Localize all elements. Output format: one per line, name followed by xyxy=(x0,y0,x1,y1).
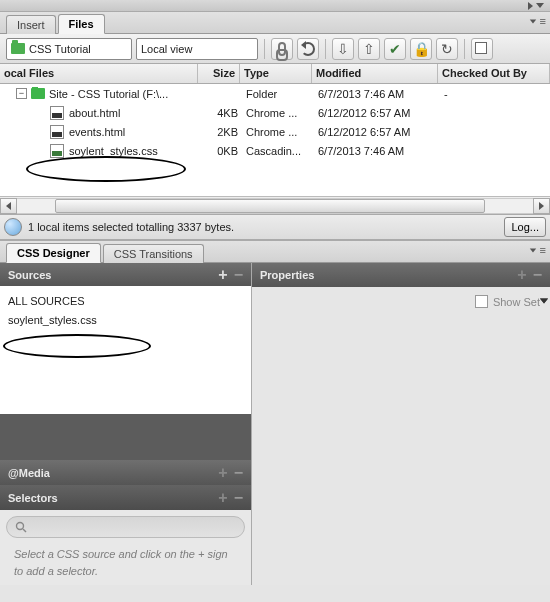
expand-icon xyxy=(477,44,487,54)
column-name[interactable]: ocal Files xyxy=(0,64,198,83)
column-size[interactable]: Size xyxy=(198,64,240,83)
panel-menu-icon[interactable] xyxy=(529,248,535,252)
get-button[interactable]: ⇩ xyxy=(332,38,354,60)
panel-menu-icon[interactable] xyxy=(529,19,535,23)
scroll-thumb[interactable] xyxy=(55,199,485,213)
file-row[interactable]: about.html 4KB Chrome ... 6/12/2012 6:57… xyxy=(0,103,550,122)
html-file-icon xyxy=(50,125,64,139)
remove-media-button[interactable]: − xyxy=(234,464,243,482)
site-dropdown[interactable]: CSS Tutorial xyxy=(6,38,132,60)
disc-icon xyxy=(4,218,22,236)
column-modified[interactable]: Modified xyxy=(312,64,438,83)
css-left-pane: Sources +− ALL SOURCES soylent_styles.cs… xyxy=(0,263,252,585)
scroll-left-button[interactable] xyxy=(0,198,17,214)
view-dropdown[interactable]: Local view xyxy=(136,38,258,60)
panel-options-icon[interactable]: ≡ xyxy=(540,15,546,27)
column-type[interactable]: Type xyxy=(240,64,312,83)
file-type: Chrome ... xyxy=(242,125,314,139)
file-row[interactable]: events.html 2KB Chrome ... 6/12/2012 6:5… xyxy=(0,122,550,141)
svg-point-0 xyxy=(17,523,24,530)
file-name: about.html xyxy=(69,107,120,119)
sources-all[interactable]: ALL SOURCES xyxy=(8,292,243,311)
folder-icon xyxy=(11,43,25,54)
horizontal-scrollbar[interactable] xyxy=(0,196,550,214)
tab-css-transitions[interactable]: CSS Transitions xyxy=(103,244,204,263)
file-size: 4KB xyxy=(200,106,242,120)
collapse-toggle[interactable]: − xyxy=(16,88,27,99)
file-modified: 6/12/2012 6:57 AM xyxy=(314,106,440,120)
add-source-button[interactable]: + xyxy=(218,266,227,284)
properties-body: Show Set xyxy=(252,287,550,585)
sources-file[interactable]: soylent_styles.css xyxy=(8,311,243,330)
selectors-body: Select a CSS source and click on the + s… xyxy=(0,510,251,585)
checkin-button[interactable]: 🔒 xyxy=(410,38,432,60)
site-dropdown-label: CSS Tutorial xyxy=(29,43,105,55)
checkout-button[interactable]: ✔ xyxy=(384,38,406,60)
log-button[interactable]: Log... xyxy=(504,217,546,237)
arrow-down-icon: ⇩ xyxy=(337,42,349,56)
file-modified: 6/7/2013 7:46 AM xyxy=(314,144,440,158)
view-dropdown-label: Local view xyxy=(141,43,206,55)
selector-search[interactable] xyxy=(6,516,245,538)
media-title: @Media xyxy=(8,467,50,479)
file-type: Chrome ... xyxy=(242,106,314,120)
panel-tabs-files: Insert Files ≡ xyxy=(0,12,550,34)
add-media-button[interactable]: + xyxy=(218,464,227,482)
add-selector-button[interactable]: + xyxy=(218,489,227,507)
checkout-icon: ✔ xyxy=(389,42,401,56)
media-header[interactable]: @Media +− xyxy=(0,460,251,485)
site-folder-icon xyxy=(31,88,45,99)
file-modified: 6/7/2013 7:46 AM xyxy=(314,87,440,101)
html-file-icon xyxy=(50,106,64,120)
file-type: Folder xyxy=(242,87,314,101)
sources-title: Sources xyxy=(8,269,51,281)
lock-icon: 🔒 xyxy=(413,42,430,56)
file-name: events.html xyxy=(69,126,125,138)
tab-files[interactable]: Files xyxy=(58,14,105,34)
status-bar: 1 local items selected totalling 3337 by… xyxy=(0,215,550,241)
refresh-button[interactable] xyxy=(297,38,319,60)
tab-css-designer[interactable]: CSS Designer xyxy=(6,243,101,263)
file-checked: - xyxy=(440,87,550,101)
expand-button[interactable] xyxy=(471,38,493,60)
panel-collapse-strip[interactable] xyxy=(0,0,550,12)
file-type: Cascadin... xyxy=(242,144,314,158)
properties-title: Properties xyxy=(260,269,314,281)
css-right-pane: Properties +− Show Set xyxy=(252,263,550,585)
link-icon xyxy=(278,42,286,56)
selectors-header[interactable]: Selectors +− xyxy=(0,485,251,510)
connect-button[interactable] xyxy=(271,38,293,60)
remove-property-button[interactable]: − xyxy=(533,266,542,284)
scroll-track[interactable] xyxy=(17,198,533,214)
show-set-label: Show Set xyxy=(493,296,540,308)
show-set-toggle[interactable]: Show Set xyxy=(262,295,540,308)
css-file-icon xyxy=(50,144,64,158)
arrow-up-icon: ⇧ xyxy=(363,42,375,56)
css-designer-panel: Sources +− ALL SOURCES soylent_styles.cs… xyxy=(0,263,550,585)
chevron-down-icon xyxy=(536,3,544,8)
status-text: 1 local items selected totalling 3337 by… xyxy=(28,221,234,233)
properties-header: Properties +− xyxy=(252,263,550,287)
chevron-right-icon xyxy=(539,202,544,210)
chevron-left-icon xyxy=(6,202,11,210)
sync-button[interactable]: ↻ xyxy=(436,38,458,60)
put-button[interactable]: ⇧ xyxy=(358,38,380,60)
file-list: ocal Files Size Type Modified Checked Ou… xyxy=(0,64,550,215)
checkbox-icon[interactable] xyxy=(475,295,488,308)
search-icon xyxy=(15,521,27,533)
file-modified: 6/12/2012 6:57 AM xyxy=(314,125,440,139)
sources-list: ALL SOURCES soylent_styles.css xyxy=(0,286,251,414)
file-size: 2KB xyxy=(200,125,242,139)
chevron-right-icon xyxy=(528,2,533,10)
file-row-selected[interactable]: soylent_styles.css 0KB Cascadin... 6/7/2… xyxy=(0,141,550,160)
panel-options-icon[interactable]: ≡ xyxy=(540,244,546,256)
scroll-right-button[interactable] xyxy=(533,198,550,214)
remove-selector-button[interactable]: − xyxy=(234,489,243,507)
refresh-icon xyxy=(301,42,315,56)
remove-source-button[interactable]: − xyxy=(234,266,243,284)
files-toolbar: CSS Tutorial Local view ⇩ ⇧ ✔ 🔒 ↻ xyxy=(0,34,550,64)
add-property-button[interactable]: + xyxy=(517,266,526,284)
file-row-root[interactable]: −Site - CSS Tutorial (F:\... Folder 6/7/… xyxy=(0,84,550,103)
tab-insert[interactable]: Insert xyxy=(6,15,56,34)
column-checked-out[interactable]: Checked Out By xyxy=(438,64,550,83)
